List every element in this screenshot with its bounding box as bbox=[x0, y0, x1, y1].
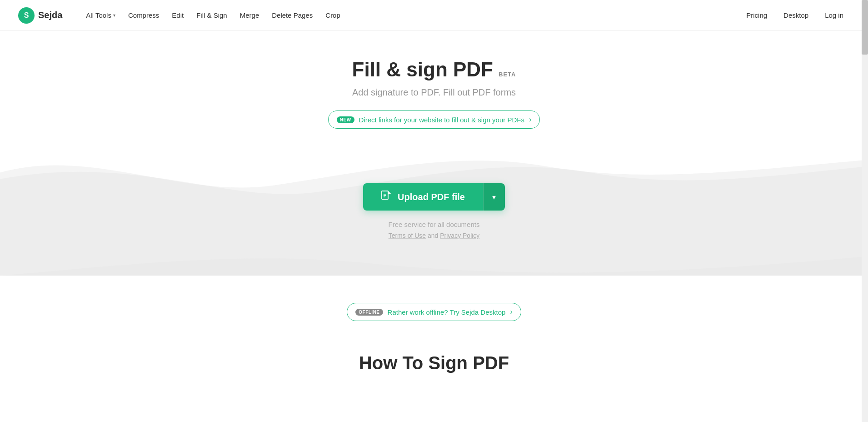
hero-title: Fill & sign PDF BETA bbox=[352, 58, 516, 81]
upload-button-label: Upload PDF file bbox=[398, 192, 465, 202]
nav-delete-pages[interactable]: Delete Pages bbox=[266, 8, 318, 23]
offline-section: OFFLINE Rather work offline? Try Sejda D… bbox=[0, 276, 868, 339]
offline-banner-chevron-icon: › bbox=[510, 308, 512, 316]
upload-button-container: Upload PDF file ▾ bbox=[363, 183, 505, 211]
offline-banner-text: Rather work offline? Try Sejda Desktop bbox=[388, 308, 506, 316]
logo-name: Sejda bbox=[38, 10, 62, 20]
new-badge: NEW bbox=[337, 116, 354, 123]
hero-title-text: Fill & sign PDF bbox=[352, 58, 493, 81]
new-banner-link[interactable]: NEW Direct links for your website to fil… bbox=[328, 111, 540, 129]
nav-all-tools[interactable]: All Tools ▾ bbox=[80, 8, 121, 23]
fill-sign-label: Fill & Sign bbox=[196, 11, 227, 19]
how-to-title: How To Sign PDF bbox=[9, 353, 859, 373]
scrollbar-thumb[interactable] bbox=[862, 0, 868, 55]
nav-compress[interactable]: Compress bbox=[123, 8, 165, 23]
upload-dropdown-button[interactable]: ▾ bbox=[483, 183, 505, 211]
svg-rect-0 bbox=[382, 191, 388, 199]
nav-edit[interactable]: Edit bbox=[166, 8, 189, 23]
nav-login[interactable]: Log in bbox=[818, 8, 850, 23]
nav-pricing[interactable]: Pricing bbox=[740, 8, 773, 23]
beta-badge: BETA bbox=[499, 71, 516, 78]
delete-pages-label: Delete Pages bbox=[272, 11, 313, 19]
new-banner-text: Direct links for your website to fill ou… bbox=[359, 116, 524, 124]
upload-pdf-button[interactable]: Upload PDF file bbox=[363, 183, 483, 211]
and-text: and bbox=[428, 232, 438, 239]
upload-file-icon bbox=[381, 191, 391, 204]
crop-label: Crop bbox=[325, 11, 340, 19]
logo-letter: S bbox=[24, 11, 29, 20]
wave-content: Upload PDF file ▾ Free service for all d… bbox=[9, 183, 859, 239]
wave-section: Upload PDF file ▾ Free service for all d… bbox=[0, 147, 868, 276]
login-label: Log in bbox=[825, 11, 843, 19]
all-tools-label: All Tools bbox=[86, 11, 111, 19]
scrollbar[interactable] bbox=[862, 0, 868, 382]
edit-label: Edit bbox=[172, 11, 184, 19]
nav-desktop[interactable]: Desktop bbox=[777, 8, 815, 23]
merge-label: Merge bbox=[240, 11, 259, 19]
offline-banner-link[interactable]: OFFLINE Rather work offline? Try Sejda D… bbox=[347, 303, 521, 321]
compress-label: Compress bbox=[128, 11, 159, 19]
hero-subtitle: Add signature to PDF. Fill out PDF forms bbox=[9, 87, 859, 98]
upload-dropdown-chevron-icon: ▾ bbox=[492, 193, 496, 201]
all-tools-chevron-icon: ▾ bbox=[113, 13, 115, 18]
pricing-label: Pricing bbox=[746, 11, 767, 19]
legal-links: Terms of Use and Privacy Policy bbox=[9, 232, 859, 239]
desktop-label: Desktop bbox=[783, 11, 808, 19]
logo-icon: S bbox=[18, 7, 35, 24]
new-banner-chevron-icon: › bbox=[529, 116, 531, 124]
navbar: S Sejda All Tools ▾ Compress Edit Fill &… bbox=[0, 0, 868, 31]
offline-badge: OFFLINE bbox=[355, 309, 383, 316]
hero-section: Fill & sign PDF BETA Add signature to PD… bbox=[0, 31, 868, 129]
privacy-policy-link[interactable]: Privacy Policy bbox=[440, 232, 479, 239]
how-to-section: How To Sign PDF bbox=[0, 339, 868, 382]
nav-fill-sign[interactable]: Fill & Sign bbox=[191, 8, 233, 23]
terms-of-use-link[interactable]: Terms of Use bbox=[389, 232, 426, 239]
free-service-text: Free service for all documents bbox=[9, 221, 859, 228]
logo-link[interactable]: S Sejda bbox=[18, 7, 62, 24]
nav-crop[interactable]: Crop bbox=[320, 8, 346, 23]
nav-links: All Tools ▾ Compress Edit Fill & Sign Me… bbox=[80, 8, 740, 23]
nav-merge[interactable]: Merge bbox=[234, 8, 265, 23]
nav-right: Pricing Desktop Log in bbox=[740, 8, 850, 23]
